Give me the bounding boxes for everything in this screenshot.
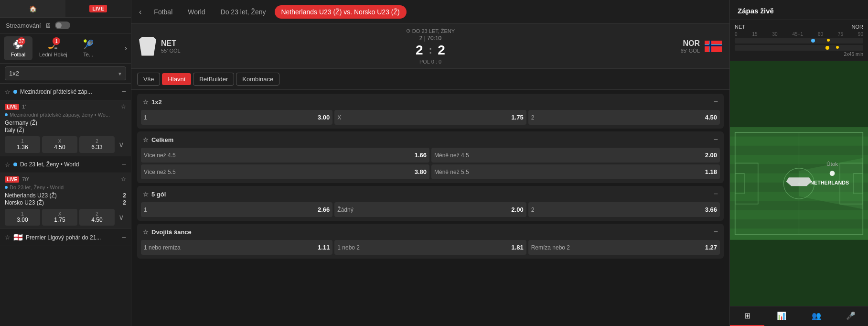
sub-score: POL 0 : 0 xyxy=(419,59,441,65)
nav-tab-match[interactable]: Netherlands U23 (Ž) vs. Norsko U23 (Ž) xyxy=(275,5,407,19)
nor-goal-dot xyxy=(825,46,829,50)
market-celkem: ☆ Celkem − Více než 4.5 1.66 Méně než 4.… xyxy=(137,131,724,183)
match-germany-italy: LIVE 1' ☆ Mezinárodní přátelské zápasy, … xyxy=(0,100,131,156)
odd-vice-55[interactable]: Více než 5.5 3.80 xyxy=(141,164,429,179)
tenis-label: Te... xyxy=(83,52,93,57)
match-netherlands-norway: LIVE 70' ☆ Do 23 let, Ženy • World Nethe… xyxy=(0,173,131,228)
field-view-icon: ⊞ xyxy=(744,311,750,320)
filter-select[interactable]: 1x2 xyxy=(5,66,126,80)
right-bottom-tabs: ⊞ 📊 👥 🎤 xyxy=(730,306,868,326)
odd-2[interactable]: 2 4.50 xyxy=(528,110,720,125)
odd-1[interactable]: 1 3.00 xyxy=(141,110,332,125)
nav-tab-do23[interactable]: Do 23 let, Ženy xyxy=(214,4,273,20)
odd-vice-45[interactable]: Více než 4.5 1.66 xyxy=(141,148,429,163)
market-title-text: Dvojitá šance xyxy=(151,228,192,236)
duration-label: 2x45 min xyxy=(735,52,863,57)
right-tab-stats[interactable]: 📊 xyxy=(764,306,799,326)
odd-x[interactable]: X 4.50 xyxy=(42,136,77,153)
main-content: ‹ Fotbal World Do 23 let, Ženy Netherlan… xyxy=(131,0,729,326)
team-score: 2 xyxy=(120,199,126,206)
nav-back-button[interactable]: ‹ xyxy=(135,6,145,18)
odd-1[interactable]: 1 1.36 xyxy=(5,136,40,153)
odd-2[interactable]: 2 6.33 xyxy=(79,136,115,153)
odd-1-nebo-2[interactable]: 1 nebo 2 1.81 xyxy=(334,240,526,255)
market-title-text: 1x2 xyxy=(151,98,162,106)
market-celkem-header[interactable]: ☆ Celkem − xyxy=(137,131,724,148)
match-sub: Do 23 let, Ženy • World xyxy=(5,185,126,190)
right-tab-players[interactable]: 👥 xyxy=(799,306,834,326)
live-tag: LIVE xyxy=(5,176,19,183)
market-dvojita-sance-header[interactable]: ☆ Dvojitá šance − xyxy=(137,224,724,240)
right-tab-field[interactable]: ⊞ xyxy=(730,306,764,326)
sport-tab-hokej[interactable]: 🏒 1 Lední Hokej xyxy=(34,36,72,60)
sport-tab-fotbal[interactable]: ⚽ 37 Fotbal xyxy=(4,36,32,60)
right-tab-audio[interactable]: 🎤 xyxy=(834,306,868,326)
expand-button[interactable]: ∨ xyxy=(117,213,126,222)
live-badge: LIVE xyxy=(89,5,107,12)
league-do23-header[interactable]: ☆ Do 23 let, Ženy • World − xyxy=(0,156,131,173)
match-sub: Mezinárodní přátelské zápasy, ženy • Wo.… xyxy=(5,112,126,118)
odd-x[interactable]: X 1.75 xyxy=(334,110,526,125)
odd-2[interactable]: 2 4.50 xyxy=(79,209,115,226)
bet-tab-hlavni[interactable]: Hlavní xyxy=(162,73,191,85)
odd-mene-45[interactable]: Méně než 4.5 2.00 xyxy=(431,148,720,163)
match-teams: Netherlands U23 (Ž) 2 Norsko U23 (Ž) 2 xyxy=(5,192,126,206)
market-title: ☆ 1x2 xyxy=(143,98,162,106)
home-button[interactable]: 🏠 xyxy=(0,0,65,17)
match-teams: Germany (Ž) Italy (Ž) xyxy=(5,120,126,133)
score1: 2 xyxy=(416,43,423,58)
odd-1[interactable]: 1 3.00 xyxy=(5,209,40,226)
players-icon: 👥 xyxy=(812,311,821,320)
nor-event-dot xyxy=(836,46,839,49)
filter-row: 1x2 xyxy=(0,64,131,84)
sport-tabs-more[interactable]: › xyxy=(125,44,127,53)
live-tag: LIVE xyxy=(5,104,19,110)
team1-goal: 55' GÓL xyxy=(161,48,181,54)
league-star-icon: ☆ xyxy=(5,88,11,96)
hokej-badge: 1 xyxy=(53,37,60,45)
league-do23: ☆ Do 23 let, Ženy • World − LIVE 70' ☆ D… xyxy=(0,156,131,229)
odd-1-remiza[interactable]: 1 nebo remíza 1.11 xyxy=(141,240,332,255)
market-5gol-header[interactable]: ☆ 5 gól − xyxy=(137,186,724,202)
league-name: Do 23 let, Ženy • World xyxy=(20,161,119,168)
england-flag-icon: 🏴󠁧󠁢󠁥󠁮󠁧󠁿 xyxy=(13,233,23,242)
match-star-icon: ☆ xyxy=(121,176,126,183)
live-button[interactable]: LIVE xyxy=(65,0,131,17)
league-premier-header[interactable]: ☆ 🏴󠁧󠁢󠁥󠁮󠁧󠁿 Premier Ligový pohár do 21... … xyxy=(0,229,131,246)
norway-flag xyxy=(705,41,722,52)
right-panel: Zápas živě NET NOR 0 15 30 45+1 60 75 90… xyxy=(729,0,868,326)
odd-zadny[interactable]: Žádný 2.00 xyxy=(334,202,526,217)
team1-abbr: NET xyxy=(161,39,181,48)
odd-mene-55[interactable]: Méně než 5.5 1.18 xyxy=(431,164,720,179)
nav-tab-fotbal[interactable]: Fotbal xyxy=(147,4,179,20)
bet-tab-vse[interactable]: Vše xyxy=(137,73,160,86)
expand-button[interactable]: ∨ xyxy=(117,140,126,149)
tenis-icon: 🎾 xyxy=(83,40,94,49)
odd-x[interactable]: X 1.75 xyxy=(42,209,77,226)
streaming-toggle[interactable] xyxy=(55,22,70,29)
match-sub-text: Do 23 let, Ženy • World xyxy=(10,185,64,190)
nav-tab-world[interactable]: World xyxy=(181,4,212,20)
market-title: ☆ Dvojitá šance xyxy=(143,228,192,236)
market-collapse-icon: − xyxy=(714,98,718,106)
category-label: DO 23 LET, ŽENY xyxy=(412,28,455,34)
odd-remiza-nebo-2[interactable]: Remíza nebo 2 1.27 xyxy=(528,240,720,255)
bet-tab-betbuilder[interactable]: BetBuilder xyxy=(193,73,234,86)
market-title-text: Celkem xyxy=(151,136,173,143)
league-mezinarodni-header[interactable]: ☆ Mezinárodní přátelské záp... − xyxy=(0,84,131,100)
bet-tab-kombinace[interactable]: Kombinace xyxy=(236,73,279,86)
timeline-section: NET NOR 0 15 30 45+1 60 75 90 2x45 min xyxy=(730,20,868,61)
timeline-nor-row xyxy=(735,45,863,51)
market-collapse-icon: − xyxy=(714,135,718,144)
market-5gol: ☆ 5 gól − 1 2.66 Žádný 2.00 2 3.66 xyxy=(137,186,724,221)
team2-abbr: NOR xyxy=(680,39,700,48)
sport-tab-tenis[interactable]: 🎾 Te... xyxy=(74,36,103,60)
field-svg: Útok NETHERLANDS xyxy=(730,61,868,306)
market-collapse-icon: − xyxy=(714,228,718,236)
odd-1[interactable]: 1 2.66 xyxy=(141,202,332,217)
market-1x2-header[interactable]: ☆ 1x2 − xyxy=(137,94,724,110)
odd-2[interactable]: 2 3.66 xyxy=(528,202,720,217)
team-score: 2 xyxy=(120,192,126,199)
market-dvojita-odds: 1 nebo remíza 1.11 1 nebo 2 1.81 Remíza … xyxy=(137,240,724,259)
league-collapse-icon: − xyxy=(122,87,126,96)
